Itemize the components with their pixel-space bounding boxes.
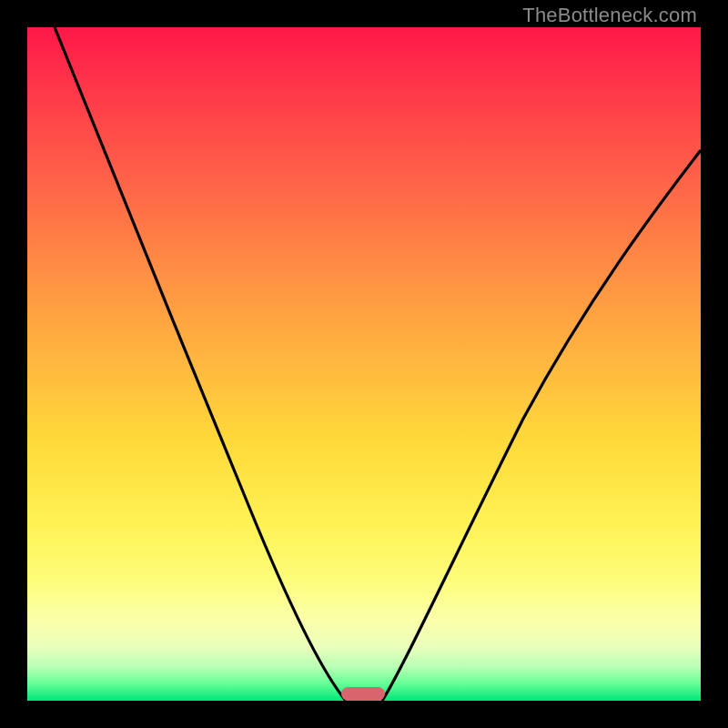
plot-area <box>27 27 701 701</box>
watermark-text: TheBottleneck.com <box>522 4 697 27</box>
curve-left-branch <box>55 27 346 701</box>
bottleneck-curve <box>27 27 701 701</box>
optimal-marker <box>341 687 385 701</box>
curve-right-branch <box>382 150 701 701</box>
